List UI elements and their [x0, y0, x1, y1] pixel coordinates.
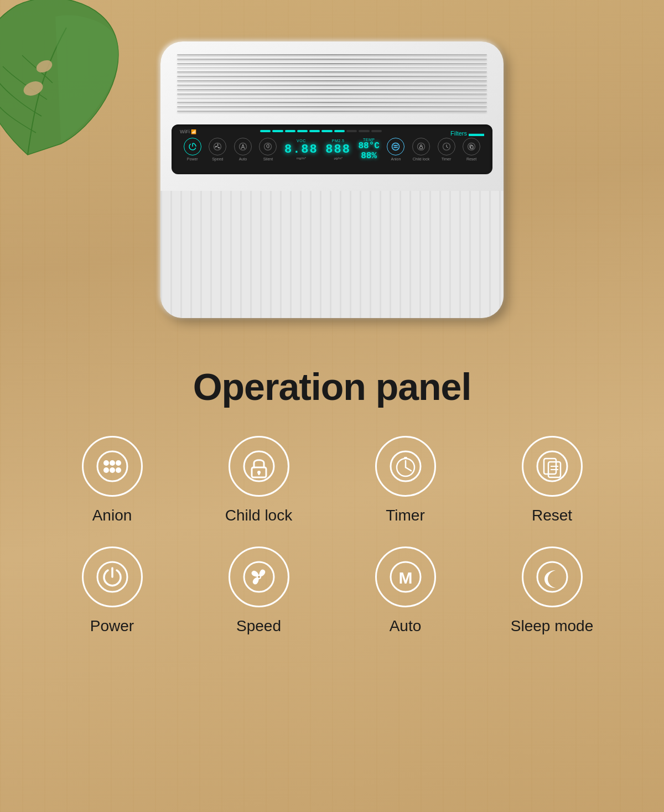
bar-segment [297, 130, 308, 132]
panel-reset-button[interactable]: Reset [463, 138, 480, 161]
auto-circle-icon: M [375, 546, 436, 607]
svg-point-23 [110, 460, 115, 466]
reset-icon [463, 138, 480, 155]
vent-line [177, 93, 487, 95]
child-lock-label: Child lock [413, 157, 429, 161]
speed-label: Speed [212, 157, 223, 161]
side-vents [160, 191, 504, 318]
svg-rect-31 [258, 472, 260, 475]
svg-point-22 [103, 460, 109, 466]
icon-item-anion: Anion [44, 436, 180, 524]
pm25-label: PM2.5 [332, 139, 345, 143]
voc-label: VOC [297, 139, 306, 143]
svg-rect-20 [471, 146, 474, 149]
device-section: WiFi 📶 [0, 0, 664, 343]
svg-line-35 [406, 467, 411, 471]
timer-icon [438, 138, 455, 155]
pm25-value: 888 [325, 143, 351, 157]
power-icon [184, 138, 201, 155]
auto-label: Auto [239, 157, 247, 161]
page-wrapper: WiFi 📶 [0, 0, 664, 668]
svg-point-12 [394, 147, 395, 148]
svg-rect-36 [404, 457, 407, 459]
filters-indicator: Filters ▬▬ [450, 129, 484, 138]
power-circle-icon [82, 546, 143, 607]
anion-label-text: Anion [92, 507, 132, 524]
silent-label: Silent [263, 157, 273, 161]
svg-point-26 [110, 467, 115, 473]
vent-line [177, 106, 487, 107]
svg-point-24 [116, 460, 121, 466]
icon-item-sleep-mode: Sleep mode [484, 546, 620, 635]
silent-icon [259, 138, 277, 155]
speed-circle-icon [229, 546, 289, 607]
purifier-body: WiFi 📶 [160, 41, 504, 318]
panel-auto-button[interactable]: A Auto [234, 138, 252, 161]
panel-bar [260, 129, 382, 133]
svg-point-27 [116, 467, 121, 473]
svg-text:M: M [398, 569, 412, 587]
vent-line [177, 63, 487, 64]
icon-item-auto: M Auto [338, 546, 473, 635]
panel-silent-button[interactable]: Silent [259, 138, 277, 161]
bar-segment [334, 130, 345, 132]
icon-item-speed: Speed [191, 546, 326, 635]
bar-segment [272, 130, 283, 132]
control-panel: WiFi 📶 [172, 124, 492, 174]
vent-line [177, 67, 487, 69]
power-label-text: Power [90, 617, 134, 635]
panel-speed-button[interactable]: Speed [209, 138, 226, 161]
bar-segment [321, 130, 332, 132]
pm25-display: PM2.5 888 μg/m³ [325, 139, 351, 160]
svg-point-13 [395, 147, 396, 148]
svg-point-10 [395, 145, 396, 146]
bar-segment [285, 130, 295, 132]
bar-segment [371, 130, 382, 132]
panel-power-button[interactable]: Power [184, 138, 201, 161]
panel-child-lock-button[interactable]: Child lock [412, 138, 430, 161]
temp-display: TEMP 88°C 88% [358, 138, 379, 161]
svg-rect-16 [419, 147, 422, 149]
vent-line [177, 80, 487, 81]
anion-circle-icon [82, 436, 143, 497]
icon-item-child-lock: Child lock [191, 436, 326, 524]
vent-line [177, 59, 487, 60]
svg-point-14 [397, 147, 398, 148]
speed-label-text: Speed [236, 617, 281, 635]
vent-line [177, 85, 487, 86]
svg-text:A: A [241, 144, 245, 150]
icon-item-reset: Reset [484, 436, 620, 524]
child-lock-label-text: Child lock [225, 507, 292, 524]
voc-display: VOC 8.88 mg/m³ [284, 139, 318, 160]
top-vents [177, 50, 487, 116]
panel-anion-button[interactable]: Anion [387, 138, 404, 161]
air-purifier: WiFi 📶 [144, 25, 520, 335]
sleep-mode-circle-icon [522, 546, 583, 607]
temp-value2: 88% [361, 152, 377, 162]
auto-label-text: Auto [390, 617, 422, 635]
vent-line [177, 71, 487, 72]
vent-line [177, 102, 487, 103]
auto-icon: A [234, 138, 252, 155]
voc-unit: mg/m³ [297, 157, 306, 160]
anion-icon [387, 138, 404, 155]
panel-timer-button[interactable]: Timer [438, 138, 455, 161]
bar-segment [260, 130, 271, 132]
icons-grid: Anion Child lock [0, 436, 664, 635]
bar-segment [359, 130, 369, 132]
voc-value: 8.88 [284, 143, 318, 157]
speed-icon [209, 138, 226, 155]
reset-label: Reset [466, 157, 476, 161]
reset-label-text: Reset [532, 507, 572, 524]
bar-segment [346, 130, 357, 132]
vent-line [177, 76, 487, 77]
vent-line [177, 111, 487, 112]
temp-values: 88°C 88% [358, 142, 379, 161]
timer-label-text: Timer [386, 507, 425, 524]
temp-value1: 88°C [358, 142, 379, 152]
svg-point-46 [258, 576, 260, 578]
wifi-indicator: WiFi 📶 [180, 129, 196, 134]
power-label: Power [187, 157, 198, 161]
child-lock-circle-icon [229, 436, 289, 497]
bar-segment [309, 130, 320, 132]
